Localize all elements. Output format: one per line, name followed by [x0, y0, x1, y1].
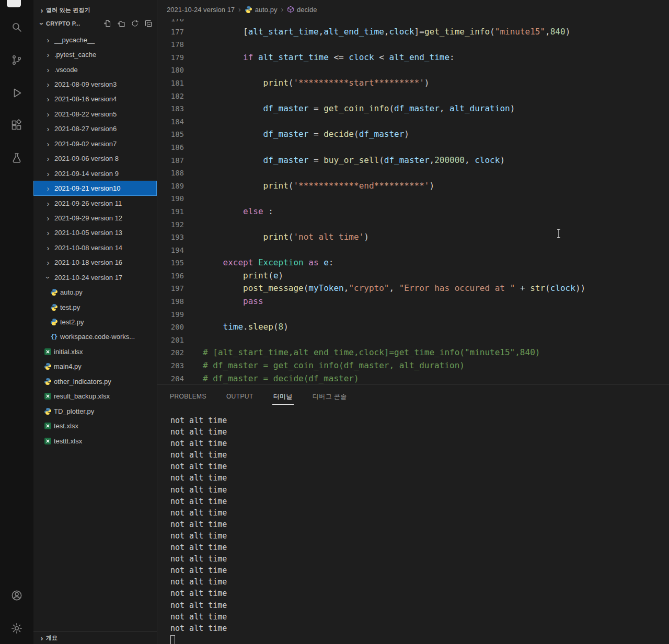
tree-item[interactable]: ›__pycache__ — [33, 32, 157, 47]
run-debug-icon[interactable] — [0, 80, 33, 106]
line-number: 198 — [157, 295, 184, 308]
tree-item[interactable]: ›2021-08-27 version6 — [33, 122, 157, 136]
code-line[interactable]: 192 — [157, 218, 669, 231]
tree-item[interactable]: ›2021-10-05 version 13 — [33, 226, 157, 240]
code-line[interactable]: 190 — [157, 192, 669, 205]
python-file-icon — [44, 378, 52, 385]
chevron-right-icon: › — [44, 51, 52, 58]
tree-item[interactable]: ›.pytest_cache — [33, 47, 157, 62]
terminal-line: not alt time — [170, 553, 669, 565]
code-line[interactable]: 195 except Exception as e: — [157, 256, 669, 270]
project-section[interactable]: › CRYPTO P... — [33, 17, 157, 30]
tree-item-label: 2021-09-02 version7 — [54, 140, 117, 148]
tree-item[interactable]: ›2021-09-21 version10 — [33, 181, 157, 195]
code-line[interactable]: 201 — [157, 334, 669, 347]
tree-item[interactable]: test.xlsx — [33, 418, 157, 433]
line-number: 201 — [157, 334, 184, 347]
tree-item[interactable]: other_indicators.py — [33, 374, 157, 389]
symbol-method-icon — [287, 6, 294, 13]
source-control-icon[interactable] — [0, 48, 33, 73]
tree-item[interactable]: result_backup.xlsx — [33, 389, 157, 404]
breadcrumb-item[interactable]: decide — [287, 6, 317, 14]
tree-item[interactable]: ›2021-08-09 version3 — [33, 77, 157, 91]
tree-item[interactable]: ›.vscode — [33, 62, 157, 77]
code-line[interactable]: 200 time.sleep(8) — [157, 321, 669, 334]
new-file-icon[interactable] — [103, 19, 112, 28]
code-line[interactable]: 177 [alt_start_time,alt_end_time,clock]=… — [157, 26, 669, 39]
code-line[interactable]: 182 — [157, 90, 669, 103]
tree-item[interactable]: testtt.xlsx — [33, 434, 157, 448]
code-line[interactable]: 198 pass — [157, 295, 669, 308]
terminal-line: not alt time — [170, 519, 669, 530]
refresh-icon[interactable] — [131, 19, 139, 28]
terminal-output[interactable]: not alt timenot alt timenot alt timenot … — [157, 408, 669, 644]
code-line[interactable]: 191 else : — [157, 205, 669, 218]
tree-item[interactable]: ›2021-10-18 version 16 — [33, 255, 157, 270]
tab-terminal[interactable]: 터미널 — [272, 384, 294, 408]
code-line[interactable]: 185 df_master = decide(df_master) — [157, 128, 669, 141]
code-line[interactable]: 204# df_master = decide(df_master) — [157, 372, 669, 384]
code-line[interactable]: 203# df_master = get_coin_info(df_master… — [157, 359, 669, 372]
tree-item-label: .vscode — [54, 66, 78, 74]
tree-item[interactable]: ›2021-09-29 version 12 — [33, 210, 157, 225]
breadcrumb-item[interactable]: 2021-10-24 version 17 — [167, 6, 235, 14]
tree-item[interactable]: ›2021-08-22 version5 — [33, 107, 157, 121]
code-line[interactable]: 179 if alt_start_time <= clock < alt_end… — [157, 51, 669, 64]
code-line[interactable]: 183 df_master = get_coin_info(df_master,… — [157, 102, 669, 115]
tree-item[interactable]: test.py — [33, 300, 157, 314]
tree-item[interactable]: ›2021-09-26 version 11 — [33, 196, 157, 210]
tree-item[interactable]: TD_plotter.py — [33, 404, 157, 418]
code-line[interactable]: 176 — [157, 19, 669, 26]
collapse-all-icon[interactable] — [144, 19, 153, 28]
code-line[interactable]: 193 print('not alt time') — [157, 231, 669, 244]
code-line[interactable]: 197 post_message(myToken,"crypto", "Erro… — [157, 282, 669, 295]
tree-item-label: test2.py — [60, 318, 84, 326]
code-line[interactable]: 184 — [157, 115, 669, 128]
breadcrumb-separator: › — [238, 5, 241, 14]
terminal-line: not alt time — [170, 438, 669, 449]
code-line[interactable]: 189 print('************end**********') — [157, 180, 669, 193]
outline-section[interactable]: › 개요 — [33, 631, 157, 644]
code-line[interactable]: 194 — [157, 244, 669, 257]
breadcrumb-label: decide — [297, 6, 317, 14]
code-line[interactable]: 199 — [157, 308, 669, 321]
activity-bar — [0, 0, 33, 644]
extensions-icon[interactable] — [0, 113, 33, 138]
code-line[interactable]: 188 — [157, 167, 669, 180]
code-line[interactable]: 186 — [157, 141, 669, 154]
line-number: 179 — [157, 51, 184, 64]
open-editors-section[interactable]: › 열려 있는 편집기 — [33, 3, 157, 17]
chevron-right-icon: › — [44, 200, 52, 207]
tree-item[interactable]: ›2021-10-24 version 17 — [33, 270, 157, 285]
settings-gear-icon[interactable] — [0, 616, 33, 641]
tab-problems[interactable]: PROBLEMS — [169, 384, 207, 408]
code-line[interactable]: 180 — [157, 64, 669, 77]
new-folder-icon[interactable] — [117, 19, 125, 28]
code-line[interactable]: 187 df_master = buy_or_sell(df_master,20… — [157, 154, 669, 167]
code-editor[interactable]: 176177 [alt_start_time,alt_end_time,cloc… — [157, 19, 669, 384]
tree-item[interactable]: auto.py — [33, 285, 157, 299]
code-line[interactable]: 178 — [157, 38, 669, 51]
code-line[interactable]: 181 print('**********start*********') — [157, 77, 669, 90]
search-icon[interactable] — [0, 15, 33, 40]
terminal-line: not alt time — [170, 611, 669, 623]
explorer-icon[interactable] — [7, 0, 21, 7]
tree-item[interactable]: ›2021-10-08 version 14 — [33, 240, 157, 255]
tree-item[interactable]: test2.py — [33, 314, 157, 329]
tree-item[interactable]: initial.xlsx — [33, 344, 157, 359]
chevron-right-icon: › — [44, 170, 52, 178]
tree-item[interactable]: ›2021-08-16 version4 — [33, 92, 157, 107]
line-number: 204 — [157, 372, 184, 384]
tree-item[interactable]: {}workspace.code-works... — [33, 330, 157, 344]
tree-item[interactable]: ›2021-09-14 version 9 — [33, 166, 157, 181]
tree-item[interactable]: main4.py — [33, 359, 157, 374]
tree-item[interactable]: ›2021-09-06 version 8 — [33, 151, 157, 166]
code-line[interactable]: 196 print(e) — [157, 270, 669, 283]
breadcrumb-item[interactable]: auto.py — [245, 6, 278, 14]
tab-output[interactable]: OUTPUT — [225, 384, 255, 408]
account-icon[interactable] — [0, 583, 33, 608]
testing-beaker-icon[interactable] — [0, 146, 33, 171]
code-line[interactable]: 202# [alt_start_time,alt_end_time,clock]… — [157, 346, 669, 359]
tree-item[interactable]: ›2021-09-02 version7 — [33, 136, 157, 151]
tab-debug-console[interactable]: 디버그 콘솔 — [312, 384, 348, 408]
